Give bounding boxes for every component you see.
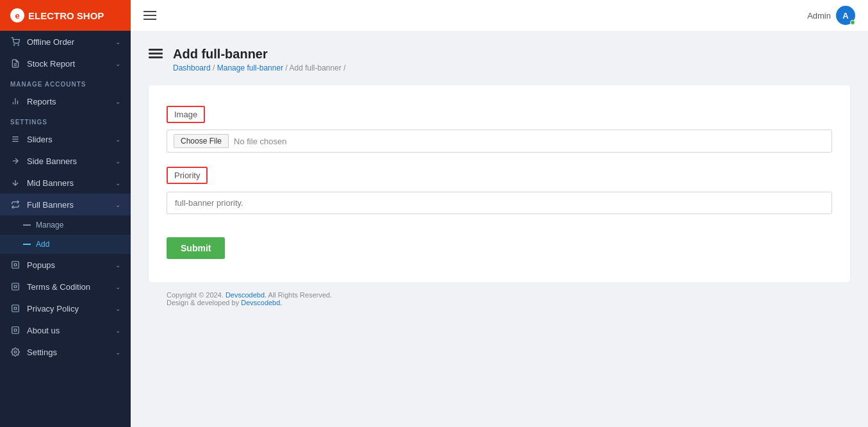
report-icon [10,58,20,69]
chevron-down-icon: ⌄ [115,283,120,290]
breadcrumb-dashboard[interactable]: Dashboard [173,63,211,72]
sidebar-item-popups[interactable]: Popups ⌄ [0,254,131,276]
sidebar-item-offline-order[interactable]: Offline Order ⌄ [0,31,131,53]
content-area: Add full-banner Dashboard / Manage full-… [131,31,868,427]
priority-label: Priority [167,167,208,184]
breadcrumb: Dashboard / Manage full-banner / Add ful… [173,63,346,72]
file-input-wrapper: Choose File No file chosen [167,130,832,153]
svg-rect-15 [12,327,19,334]
footer-design-company-link[interactable]: Devscodebd. [241,299,282,306]
svg-rect-13 [12,283,19,290]
chevron-down-icon: ⌄ [115,60,120,67]
breadcrumb-manage-full-banner[interactable]: Manage full-banner [217,63,283,72]
sidebar-item-side-banners[interactable]: Side Banners ⌄ [0,150,131,172]
submit-button[interactable]: Submit [167,237,225,259]
chevron-down-icon: ⌄ [115,201,120,208]
sidebar-item-full-banners[interactable]: Full Banners ⌄ [0,194,131,215]
down-arrow-icon [10,178,20,188]
arrow-right-icon [10,156,20,166]
page-header: Add full-banner Dashboard / Manage full-… [149,46,850,72]
admin-username: Admin [807,11,831,21]
hamburger-line [143,19,156,20]
topbar-left [143,11,156,20]
priority-input[interactable] [167,192,832,214]
chevron-down-icon: ⌄ [115,158,120,165]
sidebar-item-mid-banners[interactable]: Mid Banners ⌄ [0,172,131,194]
sidebar-item-privacy[interactable]: Privacy Policy ⌄ [0,297,131,319]
sidebar-label-sliders: Sliders [27,135,53,144]
sidebar-label-about: About us [27,326,60,335]
about-icon [10,325,20,335]
chevron-down-icon: ⌄ [115,180,120,187]
sidebar-label-stock-report: Stock Report [27,59,75,69]
topbar: Admin A [131,0,868,31]
sidebar: e ELECTRO SHOP Offline Order ⌄ Stock Rep… [0,0,131,427]
sidebar-label-privacy: Privacy Policy [27,304,79,314]
chevron-down-icon: ⌄ [115,349,120,356]
chevron-down-icon: ⌄ [115,262,120,269]
no-file-text: No file chosen [234,137,286,146]
svg-point-16 [14,351,17,353]
sidebar-label-full-banners: Full Banners [27,200,74,210]
breadcrumb-add-full-banner: Add full-banner [290,63,341,72]
header-icon-line [149,49,163,51]
switch-icon [10,199,20,210]
svg-point-0 [14,45,15,46]
terms-icon [10,281,20,292]
sidebar-subitem-manage-label: Manage [36,221,63,230]
privacy-icon [10,303,20,314]
section-manage-accounts: MANAGE ACCOUNTS [0,74,131,90]
brand-logo[interactable]: e ELECTRO SHOP [0,0,131,31]
chevron-down-icon: ⌄ [115,305,120,312]
page-header-icon [149,46,163,58]
sidebar-label-reports: Reports [27,97,56,106]
sidebar-label-terms: Terms & Codition [27,282,90,292]
hamburger-menu-button[interactable] [143,11,156,20]
footer-company-link[interactable]: Devscodebd. [225,291,266,299]
logo-letter: e [10,8,24,22]
footer-design-text: Design & developed by [167,299,239,306]
sidebar-subitem-add[interactable]: Add [0,235,131,254]
svg-rect-12 [12,262,19,269]
page-title: Add full-banner [173,46,346,62]
choose-file-button[interactable]: Choose File [174,134,229,148]
image-field-section: Image Choose File No file chosen [167,106,832,153]
popup-icon [10,260,20,270]
sidebar-item-sliders[interactable]: Sliders ⌄ [0,128,131,150]
chevron-down-icon: ⌄ [115,38,120,46]
chevron-down-icon: ⌄ [115,327,120,334]
breadcrumb-sep: / [213,63,217,72]
form-card: Image Choose File No file chosen Priorit… [149,85,850,282]
sidebar-item-stock-report[interactable]: Stock Report ⌄ [0,53,131,74]
footer-copyright: Copyright © 2024. [167,291,224,299]
footer: Copyright © 2024. Devscodebd. All Rights… [149,282,850,315]
dash-icon [23,224,31,226]
sidebar-item-reports[interactable]: Reports ⌄ [0,90,131,112]
chevron-down-icon: ⌄ [115,136,120,143]
sidebar-label-settings: Settings [27,347,57,357]
avatar[interactable]: A [836,6,855,25]
sliders-icon [10,134,20,144]
sidebar-item-settings[interactable]: Settings ⌄ [0,341,131,363]
image-label: Image [167,106,205,123]
sidebar-item-about[interactable]: About us ⌄ [0,319,131,341]
header-icon-line [149,53,163,54]
brand-name: ELECTRO SHOP [28,10,104,21]
sidebar-label-offline-order: Offline Order [27,37,74,47]
footer-rights: All Rights Reserved. [268,291,332,299]
header-icon-line [149,56,163,58]
sidebar-label-popups: Popups [27,260,55,270]
sidebar-subitem-add-label: Add [36,240,49,249]
svg-point-1 [18,45,19,46]
dash-icon [23,244,31,245]
avatar-online-dot [850,20,855,25]
bar-chart-icon [10,96,20,106]
main-wrapper: Admin A Add full-banner Dashboard / Mana… [131,0,868,427]
sidebar-label-side-banners: Side Banners [27,156,77,166]
sidebar-subitem-manage[interactable]: Manage [0,215,131,235]
sidebar-label-mid-banners: Mid Banners [27,178,74,188]
sidebar-item-terms[interactable]: Terms & Codition ⌄ [0,276,131,297]
hamburger-line [143,11,156,12]
topbar-right: Admin A [807,6,855,25]
settings-icon [10,347,20,357]
